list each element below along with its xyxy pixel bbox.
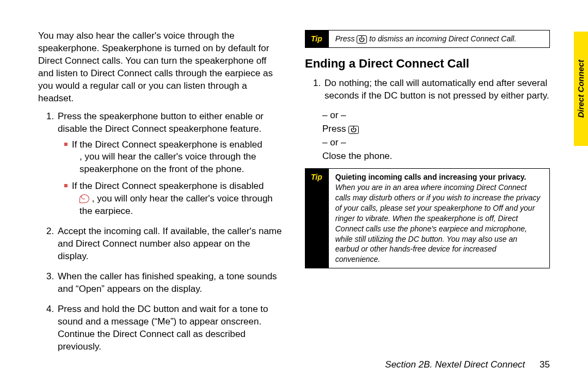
press-line: Press (322, 123, 550, 136)
step-3-text: When the caller has finished speaking, a… (58, 271, 277, 294)
ending-steps: Do nothing; the call will automatically … (305, 77, 550, 102)
tip1-post: to dismiss an incoming Direct Connect Ca… (369, 34, 516, 43)
end-key-icon (357, 35, 367, 44)
tip-label-2: Tip (305, 169, 329, 268)
heading-ending-call: Ending a Direct Connect Call (305, 56, 550, 72)
tip-body-1: Press to dismiss an incoming Direct Conn… (329, 30, 549, 47)
or-2: – or – (322, 137, 550, 149)
tip-box-2: Tip Quieting incoming calls and increasi… (305, 168, 550, 268)
tip-body-2: Quieting incoming calls and increasing y… (329, 169, 549, 268)
end-options: – or – Press – or – Close the phone. (322, 109, 550, 163)
tip2-heading: Quieting incoming calls and increasing y… (335, 173, 526, 181)
end-key-icon-2 (348, 126, 359, 134)
tip2-body-text: When you are in an area where incoming D… (335, 183, 541, 264)
section-tab: Direct Connect (574, 32, 588, 146)
left-column: You may also hear the caller's voice thr… (38, 30, 283, 361)
or-1: – or – (322, 109, 550, 122)
close-phone: Close the phone. (322, 150, 550, 163)
intro-paragraph: You may also hear the caller's voice thr… (38, 30, 283, 105)
right-column: Tip Press to dismiss an incoming Direct … (305, 30, 550, 361)
end-step-1: Do nothing; the call will automatically … (323, 77, 550, 102)
footer-section: Section 2B. Nextel Direct Connect (385, 359, 525, 370)
sub-1a-cont: , you will hear the caller's voice throu… (72, 151, 283, 176)
step-4: Press and hold the DC button and wait fo… (57, 303, 283, 353)
page-content: You may also hear the caller's voice thr… (0, 0, 588, 383)
sub-1a-lead: If the Direct Connect speakerphone is en… (72, 139, 262, 150)
step-3: When the caller has finished speaking, a… (57, 271, 283, 296)
step-2: Accept the incoming call. If available, … (57, 225, 283, 263)
step-1-sublist: If the Direct Connect speakerphone is en… (58, 139, 283, 218)
sub-1b-cont-text: , you will only hear the caller's voice … (79, 193, 273, 216)
step-1-text: Press the speakerphone button to either … (58, 111, 264, 134)
sub-1a: If the Direct Connect speakerphone is en… (64, 139, 283, 176)
footer-page-number: 35 (540, 359, 550, 370)
sub-1b-lead: If the Direct Connect speakerphone is di… (72, 181, 264, 191)
page-footer: Section 2B. Nextel Direct Connect 35 (385, 359, 550, 371)
tip1-pre: Press (335, 34, 355, 43)
press-text: Press (322, 124, 346, 134)
radio-disabled-icon (79, 194, 89, 203)
step-1: Press the speakerphone button to either … (57, 111, 283, 218)
tip-box-1: Tip Press to dismiss an incoming Direct … (305, 30, 550, 48)
section-tab-label: Direct Connect (575, 60, 586, 118)
sub-1b: If the Direct Connect speakerphone is di… (64, 180, 283, 218)
sub-1b-cont: , you will only hear the caller's voice … (72, 193, 283, 218)
tip-label-1: Tip (305, 30, 329, 47)
steps-list: Press the speakerphone button to either … (38, 111, 283, 353)
